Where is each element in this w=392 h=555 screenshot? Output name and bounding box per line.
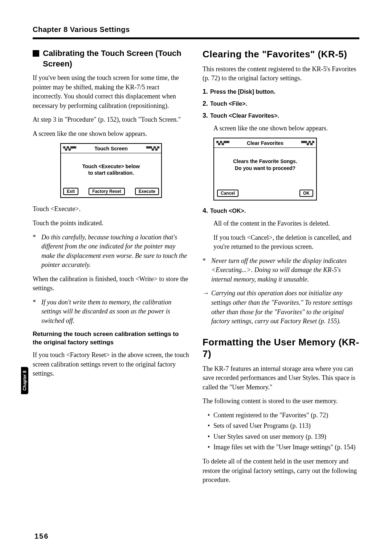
- formatting-p3: To delete all of the content held in the…: [203, 457, 359, 485]
- left-column: Calibrating the Touch Screen (Touch Scre…: [33, 48, 189, 490]
- step-1-text: Press the [Disk] button.: [210, 89, 275, 95]
- careful-note: *Do this carefully, because touching a l…: [41, 233, 189, 270]
- factory-reset-para: If you touch <Factory Reset> in the abov…: [33, 351, 189, 378]
- calib-intro: If you've been using the touch screen fo…: [33, 73, 189, 110]
- screenshot-titlebar: ▀▄▀▄▀▀▀ Touch Screen ▀▀▀▄▀▄▀: [61, 144, 161, 153]
- square-bullet-icon: [33, 50, 39, 57]
- ss-body-line1: Touch <Execute> below: [65, 163, 157, 170]
- step-2: 2.Touch <File>.: [203, 100, 359, 108]
- page-number: 156: [34, 532, 49, 540]
- step-4-text: Touch <OK>.: [210, 208, 246, 214]
- user-memory-list: Content registered to the "Favorites" (p…: [213, 411, 359, 452]
- touch-screen-screenshot: ▀▄▀▄▀▀▀ Touch Screen ▀▀▀▄▀▄▀ Touch <Exec…: [60, 143, 162, 198]
- returning-heading: Returning the touch screen calibration s…: [33, 330, 189, 347]
- formatting-p1: The KR-7 features an internal storage ar…: [203, 364, 359, 392]
- step-2-text: Touch <File>.: [210, 101, 247, 107]
- screenshot2-buttons: Cancel OK: [214, 188, 316, 200]
- header-rule: [33, 37, 359, 39]
- ok-button: OK: [299, 190, 313, 197]
- screenshot2-title: Clear Favorites: [247, 140, 283, 146]
- clearing-intro: This restores the content registered to …: [203, 65, 359, 83]
- power-note: *Never turn off the power while the disp…: [211, 256, 359, 284]
- cancel-button: Cancel: [217, 190, 238, 197]
- formatting-heading: Formatting the User Memory (KR-7): [203, 336, 359, 360]
- list-item: User Styles saved on user memory (p. 139…: [213, 432, 359, 442]
- screenshot-title: Touch Screen: [94, 146, 128, 151]
- step-4-f1: All of the content in the Favorites is d…: [213, 219, 359, 228]
- titlebar2-deco-right: ▀▀▀▄▀▄▀: [301, 141, 314, 145]
- step-4: 4.Touch <OK>.: [203, 207, 359, 215]
- ss2-body-line1: Clears the Favorite Songs.: [219, 158, 312, 165]
- touch-points: Touch the points indicated.: [33, 219, 189, 228]
- discard-note: *If you don't write them to memory, the …: [41, 298, 189, 326]
- chapter-side-tab: Chapter 8: [21, 367, 28, 394]
- calib-step-ref: At step 3 in "Procedure" (p. 152), touch…: [33, 115, 189, 125]
- titlebar2-deco-left: ▀▄▀▄▀▀▀: [216, 141, 229, 145]
- power-note-text: Never turn off the power while the displ…: [211, 257, 347, 283]
- initialize-note: →Carrying out this operation does not in…: [211, 289, 359, 326]
- initialize-note-text: Carrying out this operation does not ini…: [211, 289, 352, 325]
- calibrating-heading: Calibrating the Touch Screen (Touch Scre…: [33, 48, 189, 69]
- calibrating-heading-text: Calibrating the Touch Screen (Touch Scre…: [43, 48, 189, 69]
- screenshot-buttons: Exit Factory Reset Execute: [61, 186, 161, 197]
- list-item: Sets of saved User Programs (p. 113): [213, 421, 359, 431]
- formatting-p2: The following content is stored to the u…: [203, 397, 359, 406]
- screenshot2-titlebar: ▀▄▀▄▀▀▀ Clear Favorites ▀▀▀▄▀▄▀: [214, 138, 316, 148]
- exit-button: Exit: [63, 188, 78, 195]
- titlebar-deco-left: ▀▄▀▄▀▀▀: [63, 146, 76, 150]
- ss-body-line2: to start calibration.: [65, 170, 157, 177]
- ss2-body-line2: Do you want to proceed?: [219, 165, 312, 172]
- factory-reset-button: Factory Reset: [89, 188, 124, 195]
- titlebar-deco-right: ▀▀▀▄▀▄▀: [146, 146, 159, 150]
- step-3-followup: A screen like the one shown below appear…: [213, 124, 359, 133]
- step-4-f2: If you touch <Cancel>, the deletion is c…: [213, 233, 359, 252]
- step-3: 3.Touch <Clear Favorites>.: [203, 112, 359, 119]
- list-item: Image files set with the "User Image set…: [213, 443, 359, 452]
- right-column: Clearing the "Favorites" (KR-5) This res…: [203, 48, 359, 490]
- calib-screen-intro: A screen like the one shown below appear…: [33, 129, 189, 139]
- screenshot-body: Touch <Execute> below to start calibrati…: [61, 153, 161, 186]
- clearing-favorites-heading: Clearing the "Favorites" (KR-5): [203, 48, 359, 60]
- careful-note-text: Do this carefully, because touching a lo…: [41, 234, 187, 269]
- step-1: 1.Press the [Disk] button.: [203, 88, 359, 96]
- execute-button: Execute: [135, 188, 159, 195]
- list-item: Content registered to the "Favorites" (p…: [213, 411, 359, 420]
- screenshot2-body: Clears the Favorite Songs. Do you want t…: [214, 148, 316, 188]
- discard-note-text: If you don't write them to memory, the c…: [41, 299, 171, 324]
- write-store: When the calibration is finished, touch …: [33, 275, 189, 293]
- clear-favorites-screenshot: ▀▄▀▄▀▀▀ Clear Favorites ▀▀▀▄▀▄▀ Clears t…: [213, 138, 317, 200]
- step-3-text: Touch <Clear Favorites>.: [210, 113, 279, 119]
- content-columns: Calibrating the Touch Screen (Touch Scre…: [33, 48, 359, 490]
- chapter-header: Chapter 8 Various Settings: [33, 25, 359, 34]
- touch-execute: Touch <Execute>.: [33, 204, 189, 214]
